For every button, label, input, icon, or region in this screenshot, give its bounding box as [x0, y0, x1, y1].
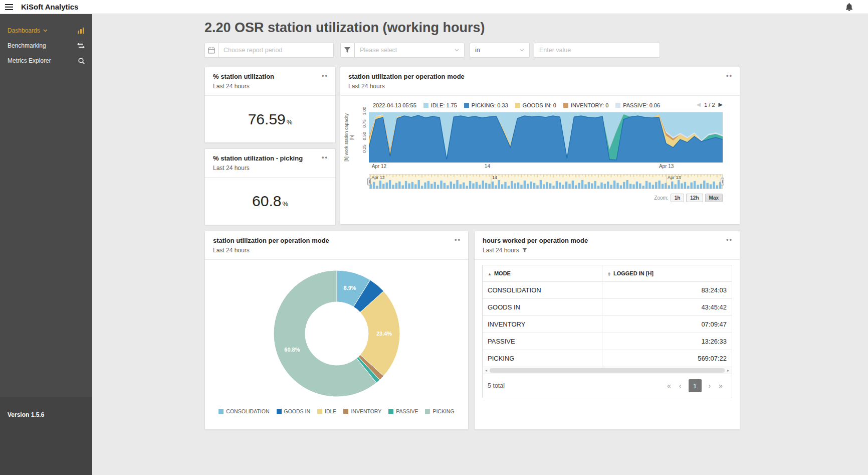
- operator-select[interactable]: in: [470, 43, 530, 58]
- kebab-menu-icon[interactable]: ••: [322, 72, 328, 79]
- card-station-utilization: % station utilization Last 24 hours •• 7…: [204, 67, 336, 143]
- card-subtitle: Last 24 hours: [213, 247, 460, 254]
- card-subtitle: Last 24 hours: [213, 165, 327, 172]
- chevron-down-icon: [514, 49, 524, 52]
- sidebar-item-benchmarking[interactable]: Benchmarking: [0, 38, 92, 53]
- legend-item-goods-in[interactable]: GOODS IN: 0: [515, 102, 556, 108]
- first-page-icon[interactable]: «: [663, 382, 675, 390]
- legend-label: PASSIVE: [396, 408, 418, 414]
- legend-item-picking[interactable]: PICKING: 0.33: [464, 102, 508, 108]
- next-page-icon[interactable]: ›: [705, 382, 715, 390]
- navigator-tick: Apr 13: [668, 175, 681, 180]
- page-1-button[interactable]: 1: [689, 379, 702, 392]
- navigator-left-handle[interactable]: [367, 178, 371, 186]
- donut-legend-item-picking[interactable]: PICKING: [425, 408, 454, 414]
- donut-legend-item-consolidation[interactable]: CONSOLIDATION: [219, 408, 269, 414]
- scroll-right-icon[interactable]: ▸: [725, 367, 732, 374]
- sidebar-item-label: Dashboards: [8, 27, 40, 34]
- calendar-icon[interactable]: [204, 43, 219, 58]
- y-axis-label: [h] work station capacity [h]: [344, 112, 356, 163]
- legend-timestamp: 2022-04-13 05:55: [373, 102, 416, 108]
- card-hours-table: hours worked per operation mode Last 24 …: [474, 231, 740, 430]
- x-axis-tick: Apr 13: [659, 164, 674, 169]
- legend-next-icon[interactable]: ▶: [719, 101, 723, 108]
- page-title: 2.20 OSR station utilization (working ho…: [204, 20, 740, 36]
- scroll-left-icon[interactable]: ◂: [483, 367, 490, 374]
- y-axis-tick: 0.25: [362, 144, 367, 153]
- kebab-menu-icon[interactable]: ••: [726, 236, 733, 243]
- card-subtitle: Last 24 hours: [348, 83, 732, 90]
- navigator-right-handle[interactable]: [721, 178, 724, 186]
- donut-legend-item-passive[interactable]: PASSIVE: [388, 408, 418, 414]
- legend-chip: [464, 103, 469, 108]
- x-axis-labels: Apr 1214Apr 13: [369, 164, 723, 171]
- legend-item-idle[interactable]: IDLE: 1.75: [423, 102, 457, 108]
- legend-item-passive[interactable]: PASSIVE: 0.06: [615, 102, 660, 108]
- funnel-icon[interactable]: [340, 43, 354, 58]
- utilization-value: 76.59: [248, 111, 286, 128]
- card-donut-chart: station utilization per operation mode L…: [204, 231, 469, 430]
- legend-page-indicator: 1 / 2: [704, 102, 715, 108]
- legend-chip: [615, 103, 620, 108]
- sidebar-item-metrics-explorer[interactable]: Metrics Explorer: [0, 53, 92, 68]
- metric-filter-group: Please select: [340, 43, 465, 58]
- bell-icon[interactable]: [845, 3, 853, 11]
- donut-chart[interactable]: 8.9%23.4%60.8%: [270, 267, 403, 400]
- legend-label: PICKING: 0.33: [472, 102, 508, 108]
- hamburger-menu-icon[interactable]: [5, 4, 13, 10]
- report-period-group: [204, 43, 334, 58]
- utilization-picking-unit: %: [282, 200, 288, 208]
- value-input[interactable]: [534, 43, 660, 58]
- sidebar-item-label: Benchmarking: [8, 42, 46, 49]
- funnel-icon[interactable]: [522, 248, 527, 253]
- legend-label: PICKING: [432, 408, 454, 414]
- y-axis-tick: 0.75: [362, 119, 367, 128]
- sidebar-footer: Version 1.5.6: [0, 397, 92, 475]
- swap-arrows-icon: [77, 43, 85, 49]
- column-header-label: LOGGED IN [H]: [613, 270, 654, 276]
- sidebar-item-dashboards[interactable]: Dashboards: [0, 23, 92, 38]
- prev-page-icon[interactable]: ‹: [675, 382, 686, 390]
- donut-legend-item-idle[interactable]: IDLE: [317, 408, 336, 414]
- pagination: « ‹ 1 › »: [663, 379, 727, 392]
- card-subtitle: Last 24 hours: [483, 247, 519, 254]
- donut-legend-item-inventory[interactable]: INVENTORY: [343, 408, 381, 414]
- zoom-button-max[interactable]: Max: [705, 194, 723, 202]
- sidebar-item-label: Metrics Explorer: [8, 57, 51, 64]
- legend-label: INVENTORY: 0: [571, 102, 608, 108]
- table-footer: 5 total « ‹ 1 › »: [483, 374, 732, 398]
- stacked-area-chart[interactable]: [h] work station capacity [h] 0.250.500.…: [369, 112, 723, 162]
- sort-icon: ▲▼: [607, 271, 611, 276]
- donut-legend-item-goods-in[interactable]: GOODS IN: [277, 408, 311, 414]
- chart-navigator[interactable]: Apr 1214Apr 13: [369, 174, 723, 189]
- legend-chip: [343, 409, 348, 414]
- kebab-menu-icon[interactable]: ••: [455, 236, 461, 243]
- legend-prev-icon[interactable]: ◀: [697, 101, 701, 108]
- legend-chip: [425, 409, 430, 414]
- legend-chip: [388, 409, 393, 414]
- column-header-logged-in-h-[interactable]: ▲▼LOGGED IN [H]: [602, 265, 732, 282]
- zoom-button-12h[interactable]: 12h: [686, 194, 703, 202]
- navigator-tick: 14: [492, 175, 497, 180]
- card-title: hours worked per operation mode: [483, 237, 732, 244]
- legend-label: PASSIVE: 0.06: [623, 102, 660, 108]
- horizontal-scrollbar[interactable]: ◂ ▸: [483, 367, 732, 374]
- table-row: INVENTORY07:09:47: [483, 316, 732, 333]
- mode-cell: INVENTORY: [483, 316, 602, 333]
- zoom-button-1h[interactable]: 1h: [671, 194, 685, 202]
- legend-label: GOODS IN: 0: [523, 102, 556, 108]
- legend-chip: [563, 103, 568, 108]
- legend-item-inventory[interactable]: INVENTORY: 0: [563, 102, 608, 108]
- table-row: GOODS IN43:45:42: [483, 299, 732, 316]
- report-period-input[interactable]: [219, 43, 334, 58]
- card-title: % station utilization - picking: [213, 154, 327, 162]
- column-header-mode[interactable]: ▲MODE: [483, 265, 602, 282]
- kebab-menu-icon[interactable]: ••: [726, 72, 733, 79]
- metric-select[interactable]: Please select: [354, 43, 465, 58]
- scrollbar-thumb[interactable]: [490, 368, 725, 373]
- kebab-menu-icon[interactable]: ••: [322, 154, 328, 161]
- logged-in-cell: 07:09:47: [602, 316, 732, 333]
- legend-chip: [219, 409, 224, 414]
- last-page-icon[interactable]: »: [715, 382, 727, 390]
- filter-bar: Please select in: [204, 43, 740, 58]
